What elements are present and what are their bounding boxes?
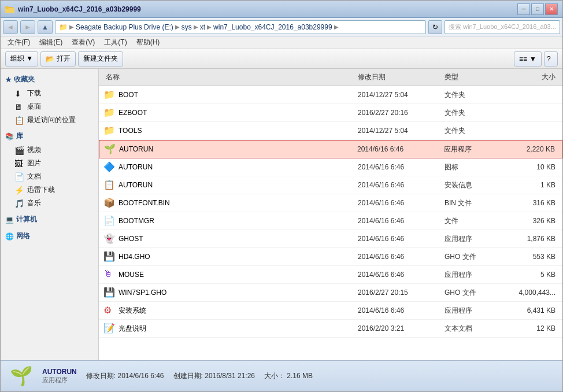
col-modified[interactable]: 修改日期: [355, 70, 442, 84]
table-row[interactable]: 📦 BOOTFONT.BIN 2014/6/16 6:46 BIN 文件 316…: [99, 194, 562, 212]
new-folder-button[interactable]: 新建文件夹: [78, 51, 123, 66]
gho2-icon: 💾: [103, 287, 115, 298]
folder-title-icon: [5, 5, 14, 14]
library-header[interactable]: 📚 库: [1, 129, 98, 143]
up-button[interactable]: ▲: [38, 20, 53, 34]
file-name-cell: 📁 BOOT: [103, 87, 355, 102]
desktop-icon: 🖥: [14, 102, 24, 112]
title-buttons: ─ □ ✕: [517, 3, 558, 15]
file-modified: 2016/2/27 20:16: [355, 107, 442, 119]
favorites-header[interactable]: ★ 收藏夹: [1, 72, 98, 87]
window-title: win7_Luobo_x64CJ_2016_a03b29999: [18, 5, 141, 13]
sidebar-item-desktop[interactable]: 🖥 桌面: [1, 100, 98, 113]
file-size: 4,000,443...: [500, 287, 558, 298]
close-button[interactable]: ✕: [545, 3, 558, 15]
file-name-text: AUTORUN: [119, 145, 153, 153]
exe-icon: 🌱: [104, 143, 116, 155]
table-row[interactable]: 👻 GHOST 2014/6/16 6:46 应用程序 1,876 KB: [99, 230, 562, 248]
svg-rect-2: [5, 6, 9, 9]
menu-help[interactable]: 帮助(H): [132, 36, 165, 49]
network-header[interactable]: 🌐 网络: [1, 229, 98, 243]
sidebar-item-video[interactable]: 🎬 视频: [1, 143, 98, 157]
gho-icon: 💾: [103, 251, 115, 262]
file-name-cell: 🌱 AUTORUN: [104, 142, 355, 157]
file-modified: 2014/6/16 6:46: [355, 233, 442, 245]
created-value: 2016/8/31 21:26: [205, 372, 255, 380]
back-button[interactable]: ◄: [3, 20, 18, 34]
address-path[interactable]: 📁 ▶ Seagate Backup Plus Drive (E:) ▶ sys…: [55, 20, 426, 34]
table-row[interactable]: ⚙ 安装系统 2014/6/16 6:46 应用程序 6,431 KB: [99, 302, 562, 320]
menu-bar: 文件(F) 编辑(E) 查看(V) 工具(T) 帮助(H): [1, 36, 562, 49]
minimize-button[interactable]: ─: [517, 3, 530, 15]
table-row[interactable]: 📝 光盘说明 2016/2/20 3:21 文本文档 12 KB: [99, 320, 562, 338]
sidebar-item-documents[interactable]: 📄 文档: [1, 170, 98, 183]
status-details-size: 大小： 2.16 MB: [264, 371, 313, 381]
network-section: 🌐 网络: [1, 229, 98, 243]
col-name[interactable]: 名称: [103, 70, 355, 84]
file-modified: 2014/6/16 6:46: [355, 305, 442, 316]
organize-button[interactable]: 组织 ▼: [5, 51, 38, 66]
file-type: 应用程序: [442, 232, 500, 246]
menu-tools[interactable]: 工具(T): [99, 36, 131, 49]
help-button[interactable]: ?: [544, 51, 558, 66]
menu-file[interactable]: 文件(F): [3, 36, 35, 49]
status-details-created: 创建日期: 2016/8/31 21:26: [173, 371, 255, 381]
folder-icon: 📁: [103, 89, 115, 101]
download-label: 下载: [27, 88, 41, 98]
open-icon: 📂: [46, 55, 54, 63]
menu-view[interactable]: 查看(V): [67, 36, 99, 49]
file-modified: 2016/2/20 3:21: [355, 323, 442, 334]
size-label: 大小：: [264, 372, 285, 380]
table-row[interactable]: 📁 TOOLS 2014/12/27 5:04 文件夹: [99, 122, 562, 140]
file-name-text: BOOT: [118, 91, 138, 99]
views-button[interactable]: ≡≡ ▼: [514, 51, 542, 66]
refresh-button[interactable]: ↻: [428, 20, 442, 34]
ghost-icon: 👻: [103, 233, 115, 245]
thunder-icon: ⚡: [14, 186, 24, 195]
col-size[interactable]: 大小: [500, 70, 558, 84]
col-type[interactable]: 类型: [442, 70, 500, 84]
table-row[interactable]: 📄 BOOTMGR 2014/6/16 6:46 文件 326 KB: [99, 212, 562, 230]
file-type: 文件夹: [442, 88, 500, 102]
file-size: 316 KB: [500, 197, 558, 209]
sidebar-item-thunder[interactable]: ⚡ 迅雷下载: [1, 183, 98, 197]
sidebar-item-music[interactable]: 🎵 音乐: [1, 197, 98, 210]
sidebar-item-download[interactable]: ⬇ 下载: [1, 87, 98, 100]
table-row[interactable]: 🖱 MOUSE 2014/6/16 6:46 应用程序 5 KB: [99, 266, 562, 284]
computer-header[interactable]: 💻 计算机: [1, 212, 98, 227]
sidebar-item-recent[interactable]: 📋 最近访问的位置: [1, 113, 98, 127]
thunder-label: 迅雷下载: [27, 185, 55, 195]
path-xt: xt: [200, 23, 205, 31]
restore-button[interactable]: □: [531, 3, 544, 15]
file-modified: 2014/6/16 6:46: [355, 143, 442, 155]
table-row[interactable]: 💾 HD4.GHO 2014/6/16 6:46 GHO 文件 553 KB: [99, 248, 562, 266]
network-icon: 🌐: [5, 232, 14, 241]
table-row[interactable]: 📁 BOOT 2014/12/27 5:04 文件夹: [99, 86, 562, 104]
table-row[interactable]: 💾 WIN7SP1.GHO 2016/2/27 20:15 GHO 文件 4,0…: [99, 284, 562, 302]
status-file-icon: 🌱: [10, 365, 33, 388]
file-modified: 2014/6/16 6:46: [355, 269, 442, 280]
created-label: 创建日期:: [173, 372, 203, 380]
menu-edit[interactable]: 编辑(E): [35, 36, 67, 49]
table-row[interactable]: 📁 EZBOOT 2016/2/27 20:16 文件夹: [99, 104, 562, 122]
table-row[interactable]: 📋 AUTORUN 2014/6/16 6:46 安装信息 1 KB: [99, 176, 562, 194]
library-section: 📚 库 🎬 视频 🖼 图片 📄 文档 ⚡ 迅雷下载: [1, 129, 98, 210]
new-folder-label: 新建文件夹: [83, 54, 118, 64]
file-name-text: 光盘说明: [118, 324, 146, 334]
file-type: GHO 文件: [442, 250, 500, 264]
sidebar-item-pictures[interactable]: 🖼 图片: [1, 157, 98, 170]
open-button[interactable]: 📂 打开: [40, 51, 76, 66]
favorites-label: 收藏夹: [14, 75, 35, 84]
svg-rect-1: [5, 8, 14, 13]
file-type: 应用程序: [442, 268, 500, 282]
file-name-text: TOOLS: [118, 127, 142, 135]
table-row[interactable]: 🔷 AUTORUN 2014/6/16 6:46 图标 10 KB: [99, 158, 562, 176]
search-bar[interactable]: 搜索 win7_Luobo_x64CJ_2016_a03...: [445, 20, 560, 34]
status-filename: AUTORUN: [42, 368, 77, 376]
modified-value: 2014/6/16 6:46: [117, 372, 164, 380]
video-icon: 🎬: [14, 146, 24, 155]
recent-label: 最近访问的位置: [27, 115, 76, 125]
table-row-selected[interactable]: 🌱 AUTORUN 2014/6/16 6:46 应用程序 2,220 KB: [99, 140, 562, 158]
pictures-label: 图片: [27, 158, 41, 168]
forward-button[interactable]: ►: [20, 20, 35, 34]
